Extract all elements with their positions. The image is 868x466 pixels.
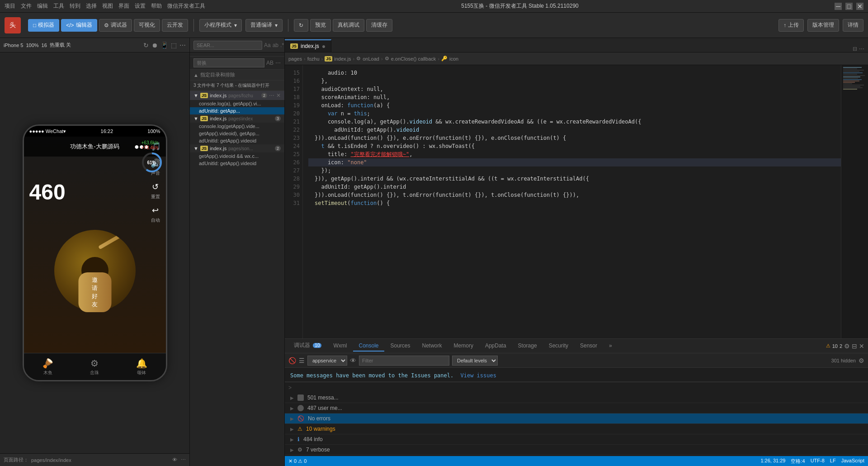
menu-item-tools[interactable]: 工具	[53, 2, 64, 10]
file-close-0[interactable]: ✕	[276, 92, 281, 99]
console-item-warnings[interactable]: ▶ ⚠ 10 warnings	[285, 424, 868, 434]
sim-landscape-button[interactable]: ⬚	[171, 42, 177, 49]
devtools-dock-button[interactable]: ⊟	[852, 342, 857, 350]
search-case-sensitive-button[interactable]: Aa	[264, 42, 271, 48]
devtools-tab-sources[interactable]: Sources	[385, 341, 416, 352]
cloud-button[interactable]: 云开发	[162, 19, 188, 32]
status-errors[interactable]: ✕ 0 ⚠ 0	[288, 458, 307, 464]
search-result-2-0[interactable]: getApp().videoid && wx.c...	[190, 152, 284, 160]
maximize-button[interactable]: □	[845, 3, 853, 10]
version-button[interactable]: 版本管理	[807, 19, 839, 32]
console-filter-input[interactable]	[359, 356, 449, 366]
detail-button[interactable]: 详情	[843, 19, 863, 32]
devtools-settings-button[interactable]: ⚙	[844, 342, 850, 350]
status-language[interactable]: JavaScript	[841, 458, 864, 465]
minimize-button[interactable]: ─	[835, 3, 842, 10]
service-selector[interactable]: appservice	[307, 356, 347, 366]
devtools-tab-network[interactable]: Network	[417, 341, 448, 352]
devtools-tab-appdata[interactable]: AppData	[480, 341, 512, 352]
console-item-501[interactable]: ▶ 501 messa...	[285, 393, 868, 403]
eye-icon[interactable]: 👁	[172, 457, 177, 463]
close-button[interactable]: ✕	[856, 3, 863, 10]
menu-item-select[interactable]: 选择	[86, 2, 97, 10]
devtools-tab-security[interactable]: Security	[543, 341, 574, 352]
search-results-header[interactable]: 3 文件中有 7 个结果 - 在编辑器中打开	[190, 81, 284, 91]
refresh-button[interactable]: ↻	[294, 19, 308, 32]
mode-selector[interactable]: 小程序模式 ▾	[199, 19, 242, 32]
search-input[interactable]	[193, 41, 262, 50]
search-file-header-2[interactable]: ▼ JS index.js pages/son... 2	[190, 144, 284, 152]
editor-tab-index-js[interactable]: JS index.js ●	[285, 39, 331, 52]
more-icon[interactable]: ⋯	[181, 457, 186, 463]
search-result-1-1[interactable]: getApp().videoid), getApp...	[190, 130, 284, 137]
console-filter-button[interactable]: ☰	[299, 357, 305, 364]
phone-tab-nianzhu[interactable]: ⚙ 念珠	[90, 358, 99, 376]
search-result-1-2[interactable]: adUnitId: getApp().videoid	[190, 137, 284, 144]
devtools-button[interactable]: ⚙ 调试器	[99, 19, 132, 32]
menu-item-interface[interactable]: 界面	[118, 2, 129, 10]
devtools-tab-storage[interactable]: Storage	[513, 341, 542, 352]
editor-button[interactable]: </> 编辑器	[61, 19, 97, 32]
phone-tab-muyu[interactable]: 🪘 木鱼	[42, 358, 53, 376]
devtools-tab-wxml[interactable]: Wxml	[328, 341, 352, 352]
breadcrumb-pages[interactable]: pages	[288, 56, 302, 62]
search-file-header-1[interactable]: ▼ JS index.js pages\index 3	[190, 114, 284, 123]
console-more-button[interactable]: ⚙	[859, 357, 864, 364]
search-result-1-0[interactable]: console.log(getApp().vide...	[190, 123, 284, 130]
view-issues-link[interactable]: View issues	[460, 372, 496, 379]
phone-tab-songbo[interactable]: 🔔 颂钵	[136, 358, 147, 376]
search-file-header-0[interactable]: ▼ JS index.js pages/fozhu 2 ⋯ ✕	[190, 91, 284, 100]
devtools-tab-more[interactable]: »	[604, 341, 618, 352]
phone-invite-button[interactable]: 邀请好友	[78, 272, 111, 312]
menu-item-view[interactable]: 视图	[102, 2, 113, 10]
preview-button[interactable]: 预览	[310, 19, 331, 32]
console-clear-button[interactable]: 🚫	[288, 357, 296, 364]
menu-item-help[interactable]: 帮助	[151, 2, 162, 10]
replace-all-button[interactable]: AB	[266, 60, 274, 66]
search-regex-button[interactable]: .*	[280, 42, 284, 48]
visual-button[interactable]: 可视化	[134, 19, 160, 32]
code-editor[interactable]: 1516171819202122232425262728293031 audio…	[285, 65, 868, 338]
more-editor-button[interactable]: ⋯	[859, 46, 864, 52]
hot-reload-label[interactable]: 热重载 关	[50, 42, 71, 48]
menu-item-edit[interactable]: 编辑	[37, 2, 48, 10]
menu-item-project[interactable]: 项目	[5, 2, 15, 10]
breadcrumb-callback[interactable]: e.onClose() callback	[391, 56, 436, 62]
console-item-info[interactable]: ▶ ℹ 484 info	[285, 434, 868, 445]
search-result-2-1[interactable]: adUnitId: getApp().videoid	[190, 160, 284, 167]
devtools-tab-console[interactable]: Console	[353, 341, 384, 352]
breadcrumb-onload[interactable]: onLoad	[363, 56, 379, 62]
replace-input[interactable]	[193, 58, 264, 67]
breadcrumb-fozhu[interactable]: fozhu	[307, 56, 320, 62]
real-dev-button[interactable]: 真机调试	[333, 19, 364, 32]
code-content[interactable]: audio: 10 }, audioContext: null, scoreAn…	[303, 65, 841, 338]
sim-more-button[interactable]: ⋯	[179, 42, 186, 49]
simulator-button[interactable]: □ 模拟器	[28, 19, 59, 32]
search-exclude-header[interactable]: ▲ 指定目录和排除	[190, 70, 284, 81]
menu-item-wechat-devtools[interactable]: 微信开发者工具	[167, 2, 205, 10]
devtools-tab-debugger[interactable]: 调试器 10	[288, 340, 327, 352]
sim-stop-button[interactable]: ⏺	[151, 42, 158, 49]
file-actions-0[interactable]: ⋯	[269, 92, 274, 99]
tab-modified-dot[interactable]: ●	[322, 43, 326, 50]
level-selector[interactable]: Default levels	[452, 356, 498, 366]
devtools-tab-sensor[interactable]: Sensor	[575, 341, 603, 352]
search-result-0-0[interactable]: console.log(a), getApp().vi...	[190, 100, 284, 107]
breadcrumb-icon-key[interactable]: icon	[449, 56, 458, 62]
menu-item-goto[interactable]: 转到	[70, 2, 80, 10]
devtools-tab-memory[interactable]: Memory	[448, 341, 479, 352]
menu-item-file[interactable]: 文件	[21, 2, 32, 10]
console-eye-button[interactable]: 👁	[350, 357, 356, 364]
window-controls[interactable]: ─ □ ✕	[835, 3, 863, 10]
upload-button[interactable]: ↑ 上传	[778, 19, 804, 32]
console-item-verbose[interactable]: ▶ ⚙ 7 verbose	[285, 445, 868, 455]
menu-item-settings[interactable]: 设置	[135, 2, 146, 10]
sim-refresh-button[interactable]: ↻	[143, 42, 149, 49]
compile-selector[interactable]: 普通编译 ▾	[245, 19, 283, 32]
replace-options-button[interactable]: ⋯	[275, 60, 281, 66]
console-item-errors[interactable]: ▶ 🚫 No errors	[285, 414, 868, 424]
sim-portrait-button[interactable]: 📱	[160, 42, 168, 49]
devtools-close-button[interactable]: ✕	[859, 342, 864, 350]
search-whole-word-button[interactable]: ab	[273, 42, 278, 48]
search-result-0-1[interactable]: adUnitId: getApp...	[190, 107, 284, 114]
